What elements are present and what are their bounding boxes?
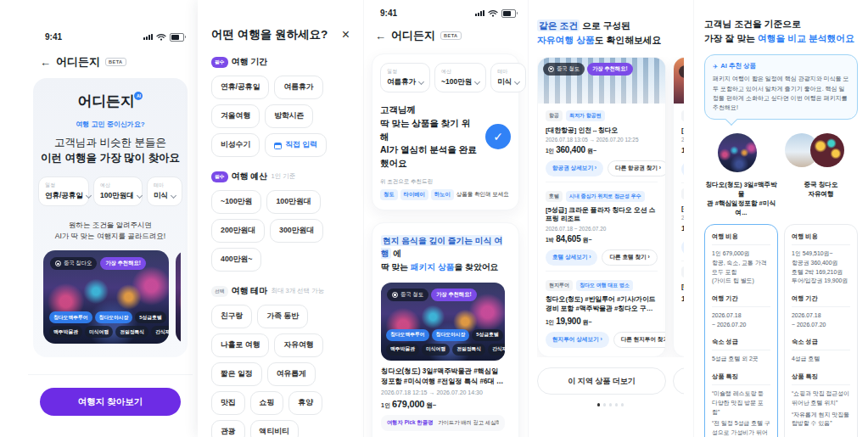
chip-budget[interactable]: 300만원대	[270, 219, 323, 243]
pagination-dots[interactable]	[537, 403, 684, 406]
back-icon[interactable]: ←	[40, 57, 51, 68]
tour-detail-button[interactable]: 현지투어 상세보기 ›	[546, 332, 609, 348]
package-title: 칭다오(청도) 3일#맥주박물관 #핵심일정포함 #미식여행 #전일정 특식 #…	[381, 367, 505, 387]
app-title: 어디든지	[391, 28, 435, 43]
cost-line: 호텔 2박 169,210원	[792, 268, 850, 277]
chip-theme[interactable]: 휴양	[288, 391, 322, 415]
dot[interactable]	[615, 403, 619, 406]
dropdown-budget[interactable]: 예산 100만원대	[93, 176, 143, 206]
theme-chips: 친구랑 가족 동반 나홀로 여행 자유여행 짧은 일정 여유롭게 맛집 쇼핑 휴…	[211, 305, 350, 437]
section-period: 필수 여행 기간	[211, 56, 350, 68]
chip-theme[interactable]: 자유여행	[274, 333, 322, 357]
cellular-icon	[143, 34, 153, 41]
plane-icon: ✈	[713, 63, 718, 70]
hotel-detail-button[interactable]: 호텔 상세보기 ›	[546, 249, 597, 266]
chip-budget[interactable]: 100만원대	[266, 190, 320, 214]
hotel-title-fragment: [4성급]	[681, 204, 684, 213]
free-travel-card-next[interactable]: 대만 항공 [진에어] 2026.07 1인 46 항공 호텔 [4성급] 20…	[673, 57, 684, 358]
chip-theme[interactable]: 쇼핑	[250, 391, 284, 415]
dropdown-schedule[interactable]: 일정 여름휴가	[380, 63, 430, 92]
required-badge: 필수	[211, 171, 228, 182]
ai-recommendation-text: 패키지 여행이 짧은 일정에 핵심 관광지와 미식을 모두 포함하고 있어서 알…	[713, 74, 849, 112]
region-chip[interactable]: 타이베이	[400, 189, 428, 200]
back-icon[interactable]: ←	[375, 31, 386, 42]
chip-budget[interactable]: 200만원대	[211, 219, 265, 243]
chevron-down-icon	[514, 78, 520, 84]
hotel-label: 호텔	[546, 191, 563, 202]
flight-label: 항공	[681, 110, 684, 121]
budget-chips: ~100만원 100만원대 200만원대 300만원대 400만원~	[211, 190, 350, 272]
dropdown-value: 100만원대	[100, 191, 134, 201]
chip-label: 직접 입력	[285, 140, 317, 150]
region-chip[interactable]: 청도	[380, 189, 398, 200]
destination-card[interactable]: 중국 칭다오 가장 추천해요! 칭다오맥주투어 칭다오야시장 5성급호텔 맥주박…	[43, 250, 169, 344]
chip-budget[interactable]: 400만원~	[211, 248, 261, 272]
hotel-detail-button[interactable]: 호텔	[681, 239, 684, 255]
cost-line: 투어/입장권 19,900원	[792, 277, 850, 286]
more-region-products-button-next[interactable]	[673, 367, 684, 395]
headline-line2: 이런 여행을 가장 많이 찾아요	[40, 151, 181, 166]
heading-line1: 고객님 조건을 기준으로	[704, 19, 801, 29]
status-bar: 9:41	[380, 8, 516, 18]
dropdown-schedule[interactable]: 일정 연휴/공휴일	[38, 176, 89, 206]
flight-title-fragment: [진에어]	[681, 126, 684, 135]
chip-direct-input[interactable]: 직접 입력	[265, 133, 327, 157]
chip-period[interactable]: 여름휴가	[274, 76, 322, 99]
chip-period[interactable]: 연휴/공휴일	[211, 76, 269, 99]
chip-period[interactable]: 방학시즌	[265, 104, 313, 128]
chip-theme[interactable]: 여유롭게	[267, 362, 316, 386]
free-travel-card[interactable]: 중국 청도 가장 추천해요! 항공 최저가 항공편 [대한항공] 인천↔칭다오 …	[537, 57, 666, 358]
chip-theme[interactable]: 액티비티	[250, 420, 299, 437]
package-card[interactable]: 중국 청도 가장 추천해요! 칭다오맥주투어 칭다오야시장 5성급호텔	[381, 283, 505, 431]
analysis-subtext2: 상품을 확인해 보세요	[456, 191, 509, 199]
chip-theme[interactable]: 나홀로 여행	[211, 333, 269, 357]
location-pill: 중국 청도	[387, 289, 428, 301]
chip-theme[interactable]: 관광	[211, 420, 245, 437]
heading-blue: 패키지 상품	[411, 262, 455, 272]
required-badge: 필수	[211, 57, 228, 68]
destination-carousel[interactable]: 중국 칭다오 가장 추천해요! 칭다오맥주투어 칭다오야시장 5성급호텔 맥주박…	[40, 250, 181, 344]
free-compare-card[interactable]: 여행 비용 1인 549,510원~ 항공권 360,400원 호텔 2박 16…	[784, 224, 858, 437]
more-region-products-button[interactable]: 이 지역 상품 더보기	[537, 367, 666, 395]
dot[interactable]	[603, 403, 607, 406]
app-title: 어디든지	[56, 54, 100, 70]
dropdown-budget[interactable]: 예산 ~100만원	[434, 63, 486, 92]
chip-theme[interactable]: 가족 동반	[257, 305, 308, 328]
chip-period[interactable]: 비성수기	[211, 133, 260, 157]
find-destination-button[interactable]: 여행지 찾아보기	[40, 388, 181, 416]
chip-period[interactable]: 겨울여행	[211, 104, 260, 128]
close-icon[interactable]: ×	[342, 28, 350, 42]
free-travel-carousel[interactable]: 중국 청도 가장 추천해요! 항공 최저가 항공편 [대한항공] 인천↔칭다오 …	[537, 57, 684, 358]
region-chip[interactable]: 하노이	[431, 189, 454, 200]
dot[interactable]	[597, 403, 601, 406]
package-compare-card[interactable]: 여행 비용 1인 679,000원 항공, 숙소, 교통 가격 모두 포함 (가…	[704, 224, 778, 437]
flight-detail-button[interactable]: 항공	[681, 161, 684, 177]
review-tag: 여행자 Pick 한줄평	[387, 419, 433, 427]
dropdown-theme[interactable]: 테마 미식	[490, 63, 526, 92]
chip-theme[interactable]: 짧은 일정	[211, 362, 262, 386]
chip-theme[interactable]: 친구랑	[211, 305, 252, 328]
feature-tag: 칭다오야시장	[432, 329, 470, 341]
hotel-label: 호텔	[681, 188, 684, 199]
dropdown-theme[interactable]: 테마 미식	[147, 176, 182, 206]
flight-title: [대한항공] 인천↔칭다오	[546, 126, 658, 135]
dot[interactable]	[621, 403, 624, 406]
flight-search-button[interactable]: 다른 항공권 찾기 ›	[608, 160, 666, 176]
hotel-grade-line: 5성급 호텔 외 2곳	[712, 355, 770, 364]
best-recommend-badge: 가장 추천해요!	[100, 257, 146, 270]
feature-tag: 미식여행	[85, 326, 113, 338]
package-option-title: 칭다오(청도) 3일#맥주박물 관 #핵심일정포함 #미식여...	[704, 180, 778, 217]
dot[interactable]	[609, 403, 613, 406]
chip-theme[interactable]: 맛집	[211, 391, 245, 415]
chip-budget[interactable]: ~100만원	[211, 190, 261, 214]
status-time: 9:41	[45, 32, 62, 42]
flight-detail-button[interactable]: 항공권 상세보기 ›	[546, 160, 603, 176]
tour-search-button[interactable]: 다른 현지투어 찾기 ›	[613, 332, 666, 348]
package-carousel[interactable]: 중국 청도 가장 추천해요! 칭다오맥주투어 칭다오야시장 5성급호텔	[381, 283, 510, 431]
tour-section: 현지투어 칭다오 여행 대표 명소 칭다오(청도) #반일투어 #기사/가이드경…	[538, 280, 665, 356]
dropdown-label: 예산	[100, 182, 136, 189]
destination-card-next[interactable]: 중국 칭다오맥주투어 맥주박물관	[176, 250, 181, 344]
section-budget: 필수 여행 예산 1인 기준	[211, 171, 350, 182]
hotel-search-button[interactable]: 다른 호텔 찾기 ›	[602, 249, 657, 266]
cost-line: 항공권 360,400원	[792, 259, 850, 268]
